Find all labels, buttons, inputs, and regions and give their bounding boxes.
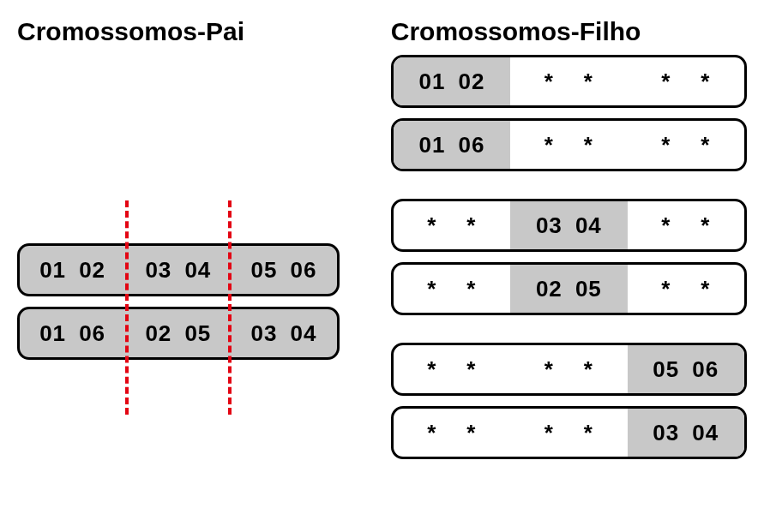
gene-cell: * — [652, 212, 681, 239]
gene-cell: 02 — [144, 320, 173, 347]
gene-cell: 02 — [457, 69, 486, 95]
gene-segment: ** — [394, 201, 510, 249]
child-chromosome: 0106**** — [391, 118, 747, 171]
cut-line-2 — [228, 200, 232, 415]
gene-cell: * — [457, 212, 486, 239]
gene-segment: 0102 — [394, 57, 510, 105]
cut-line-1 — [125, 200, 129, 415]
gene-cell: 03 — [144, 257, 173, 284]
gene-segment: ** — [628, 265, 744, 313]
gene-segment: 05 06 — [231, 246, 336, 294]
gene-cell: * — [574, 420, 603, 446]
gene-cell: * — [418, 276, 447, 302]
child-title: Cromossomos-Filho — [391, 17, 747, 46]
gene-segment: 0304 — [510, 201, 627, 249]
child-chromosome: 0102**** — [391, 55, 747, 108]
gene-segment: ** — [510, 409, 627, 457]
gene-cell: * — [418, 420, 447, 446]
gene-cell: 04 — [691, 420, 720, 446]
child-chromosome: ****0506 — [391, 343, 747, 396]
gene-cell: 02 — [534, 276, 563, 302]
gene-cell: 01 — [418, 69, 447, 95]
gene-segment: 03 04 — [125, 246, 231, 294]
gene-cell: * — [691, 276, 720, 302]
gene-cell: * — [691, 132, 720, 158]
gene-cell: 01 — [418, 132, 447, 158]
gene-cell: 06 — [457, 132, 486, 158]
gene-segment: ** — [394, 265, 510, 313]
gene-cell: * — [574, 356, 603, 383]
gene-segment: ** — [510, 345, 627, 393]
child-chromosome: **0205** — [391, 262, 747, 315]
gene-cell: * — [534, 356, 563, 383]
child-chromosome: ****0304 — [391, 406, 747, 459]
parent-chromosome-2: 01 06 02 05 03 04 — [17, 307, 340, 360]
gene-cell: 04 — [183, 257, 213, 284]
gene-segment: 02 05 — [125, 309, 231, 357]
gene-segment: ** — [394, 409, 510, 457]
gene-segment: 0106 — [394, 121, 510, 169]
gene-cell: 05 — [574, 276, 603, 302]
gene-cell: * — [418, 356, 447, 383]
gene-cell: * — [574, 69, 603, 95]
gene-cell: * — [652, 276, 681, 302]
gene-segment: ** — [510, 121, 627, 169]
gene-cell: * — [457, 420, 486, 446]
gene-segment: ** — [628, 121, 744, 169]
gene-segment: 0304 — [628, 409, 744, 457]
gene-cell: 01 — [39, 257, 68, 284]
gene-cell: * — [534, 69, 563, 95]
gene-cell: 04 — [574, 212, 603, 239]
gene-cell: * — [418, 212, 447, 239]
gene-cell: 06 — [691, 356, 720, 383]
gene-segment: ** — [510, 57, 627, 105]
gene-cell: 05 — [183, 320, 213, 347]
gene-segment: ** — [628, 201, 744, 249]
gene-segment: 03 04 — [231, 309, 336, 357]
child-chromosomes: 0102****0106******0304****0205******0506… — [391, 55, 747, 469]
gene-cell: * — [652, 132, 681, 158]
diagram-root: Cromossomos-Pai 01 02 03 04 05 06 — [17, 17, 747, 469]
gene-cell: * — [691, 212, 720, 239]
gene-cell: * — [534, 420, 563, 446]
gene-cell: * — [691, 69, 720, 95]
gene-cell: 03 — [250, 320, 279, 347]
gene-segment: ** — [394, 345, 510, 393]
gene-cell: 06 — [78, 320, 107, 347]
child-chromosome: **0304** — [391, 199, 747, 252]
gene-cell: 03 — [534, 212, 563, 239]
gene-segment: 0506 — [628, 345, 744, 393]
gene-cell: 03 — [652, 420, 681, 446]
gene-segment: ** — [628, 57, 744, 105]
gene-cell: * — [457, 356, 486, 383]
gene-cell: 02 — [78, 257, 107, 284]
gene-cell: 05 — [250, 257, 279, 284]
gene-cell: 04 — [289, 320, 318, 347]
gene-cell: * — [652, 69, 681, 95]
gene-cell: * — [457, 276, 486, 302]
gene-cell: 05 — [652, 356, 681, 383]
gene-segment: 01 02 — [20, 246, 125, 294]
child-column: Cromossomos-Filho 0102****0106******0304… — [391, 17, 747, 469]
parent-chromosomes: 01 02 03 04 05 06 01 06 02 — [17, 243, 340, 370]
gene-segment: 0205 — [510, 265, 627, 313]
gene-cell: 01 — [39, 320, 68, 347]
gene-cell: 06 — [289, 257, 318, 284]
parent-column: Cromossomos-Pai 01 02 03 04 05 06 — [17, 17, 340, 469]
gene-segment: 01 06 — [20, 309, 125, 357]
parent-title: Cromossomos-Pai — [17, 17, 340, 46]
gene-cell: * — [534, 132, 563, 158]
gene-cell: * — [574, 132, 603, 158]
parent-chromosome-1: 01 02 03 04 05 06 — [17, 243, 340, 296]
